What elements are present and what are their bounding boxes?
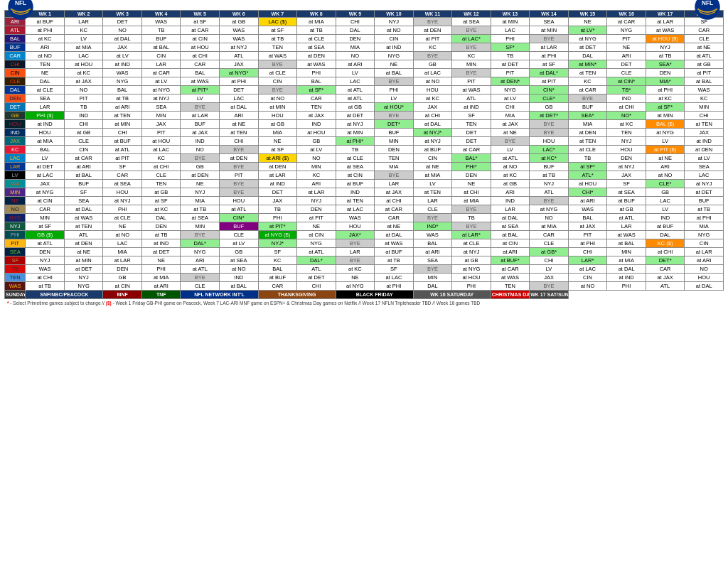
game-cell: at CLE (258, 69, 297, 77)
game-cell: at NYG ($) (258, 231, 297, 239)
game-cell: at DEN (413, 26, 452, 35)
game-cell: at JAX (375, 188, 414, 197)
game-cell: at BUF (375, 248, 414, 256)
game-cell: ATL (530, 188, 569, 197)
game-cell: LAR (375, 180, 414, 188)
game-cell: at NYG (336, 282, 375, 291)
game-cell: PHI (258, 214, 297, 222)
game-cell: at NE (220, 120, 259, 129)
game-cell: HOU (413, 86, 452, 94)
game-cell: at GB (491, 180, 530, 188)
team-row: TBWASat DETDENPHIat ATLat NOBALATLat KCS… (5, 265, 724, 274)
game-cell: ATL* (568, 171, 607, 180)
game-cell: at NE (491, 129, 530, 137)
game-cell: NYJ (64, 274, 103, 282)
team-row: NOCARat DALPHIat KCat TBat ATLTBDENat LA… (5, 205, 724, 214)
game-cell: LAC (64, 52, 103, 60)
game-cell: BUF (568, 103, 607, 112)
team-row: HOUat INDCHIat MINJAXBUFat NEat GBINDat … (5, 120, 724, 129)
game-cell: ATL (452, 94, 491, 103)
game-cell: PHI (297, 69, 336, 77)
game-cell: CAR (297, 94, 336, 103)
game-cell: at TB (297, 26, 336, 35)
game-cell: at CIN (103, 282, 142, 291)
game-cell: PIT (491, 69, 530, 77)
game-cell: at DAL (685, 282, 724, 291)
game-cell: at LAR (646, 18, 685, 26)
game-cell: at NO (220, 265, 259, 274)
game-cell: at JAX (568, 222, 607, 231)
game-cell: at JAX (181, 129, 220, 137)
game-cell: NYJ (181, 188, 220, 197)
game-cell: NYJ (297, 197, 336, 205)
game-cell: CHI (297, 282, 336, 291)
game-cell: at CHI (646, 248, 685, 256)
game-cell: at LAR (685, 248, 724, 256)
game-cell: GB (220, 248, 259, 256)
game-cell: at TEN (64, 222, 103, 231)
game-cell: BYE (452, 43, 491, 52)
game-cell: at WAS (258, 52, 297, 60)
game-cell: JAX (220, 60, 259, 69)
game-cell: at BAL (491, 231, 530, 239)
game-cell: at GB (607, 205, 646, 214)
game-cell: SEA (413, 256, 452, 265)
game-cell: IND (646, 214, 685, 222)
game-cell: at HOU (452, 274, 491, 282)
wk9-header: WK 9 (336, 11, 375, 18)
game-cell: at LAR (530, 43, 569, 52)
game-cell: at NE (646, 154, 685, 163)
game-cell: MIA (336, 43, 375, 52)
team-label-HOU: HOU (5, 120, 26, 129)
game-cell: CHI* (568, 188, 607, 197)
game-cell: HOU (103, 188, 142, 197)
game-cell: LAR (336, 248, 375, 256)
game-cell: NYJ (375, 18, 414, 26)
game-cell: LAC* (530, 146, 569, 154)
game-cell: ARI (220, 112, 259, 120)
game-cell: at BAL (141, 43, 181, 52)
game-cell: at SEA (336, 163, 375, 171)
game-cell: NE (375, 60, 414, 69)
game-cell: DET (258, 188, 297, 197)
game-cell: at MIN (336, 129, 375, 137)
game-cell: KC ($) (646, 239, 685, 248)
game-cell: BYE (258, 86, 297, 94)
game-cell: CIN* (220, 214, 259, 222)
game-cell: GB (413, 60, 452, 69)
team-label-SEA: SEA (5, 248, 26, 256)
game-cell: at LV (141, 77, 181, 86)
game-cell: KC (413, 43, 452, 52)
game-cell: WAS (103, 69, 142, 77)
game-cell: BYE (181, 231, 220, 239)
game-cell: at WAS (64, 214, 103, 222)
game-cell: at NYG (568, 35, 607, 43)
game-cell: LAC (220, 94, 259, 103)
game-cell: at ATL (181, 265, 220, 274)
game-cell: at LAC (26, 171, 65, 180)
game-cell: BYE (375, 112, 414, 120)
game-cell: NYG (607, 26, 646, 35)
game-cell: CLE (607, 69, 646, 77)
game-cell: HOU (26, 129, 65, 137)
team-label-WAS: WAS (5, 282, 26, 291)
game-cell: at LAR (103, 256, 142, 265)
game-cell: at NE (64, 248, 103, 256)
game-cell: DAL (413, 282, 452, 291)
game-cell: at NYJ (685, 180, 724, 188)
game-cell: PIT (607, 35, 646, 43)
game-cell: NO (64, 86, 103, 94)
game-cell: at GB (258, 120, 297, 129)
game-cell: GB (530, 103, 569, 112)
game-cell: BYE (413, 265, 452, 274)
game-cell: BYE (413, 214, 452, 222)
game-cell: LV (26, 154, 65, 163)
game-cell: at MIA (607, 256, 646, 265)
game-cell: at ARI (141, 282, 181, 291)
team-label-GB: GB (5, 112, 26, 120)
game-cell: BYE (452, 69, 491, 77)
game-cell: DEN (297, 205, 336, 214)
game-cell: at LAR (297, 188, 336, 197)
game-cell: TEN (297, 103, 336, 112)
game-cell: at SEA (491, 222, 530, 231)
